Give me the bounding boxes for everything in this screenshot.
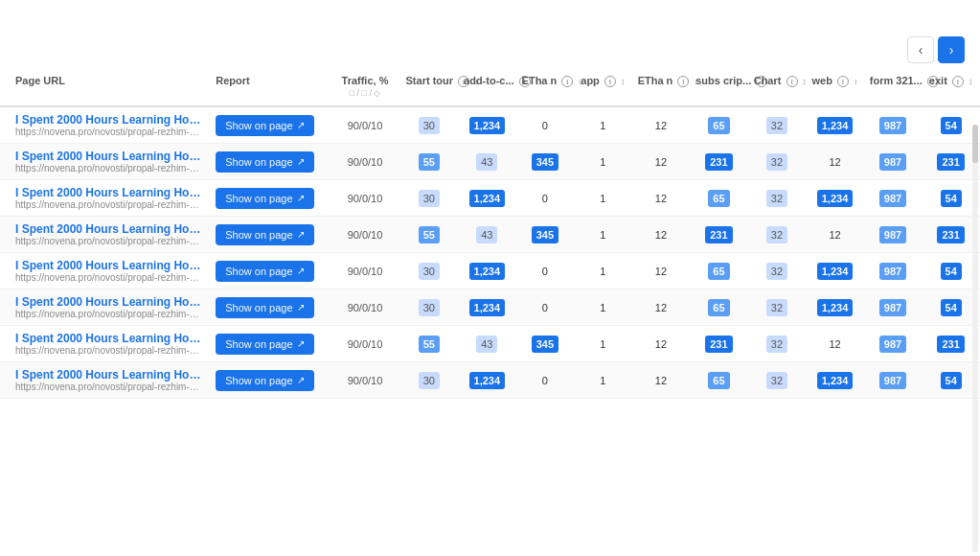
- cell-value: 987: [879, 372, 906, 389]
- show-on-page-button[interactable]: Show on page ↗: [216, 334, 313, 355]
- show-on-page-button[interactable]: Show on page ↗: [216, 151, 313, 173]
- cell-web: 1,234: [806, 362, 864, 399]
- show-on-page-button[interactable]: Show on page ↗: [216, 370, 313, 391]
- cell-value: 345: [532, 226, 558, 243]
- cell-value: 1,234: [817, 117, 854, 134]
- cell-value: 32: [766, 226, 787, 243]
- cell-value: 1,234: [817, 372, 854, 389]
- cell-start-tour: 30: [400, 290, 459, 326]
- cell-chart: 32: [748, 253, 807, 290]
- cell-value: 32: [766, 372, 787, 389]
- nav-prev-button[interactable]: ‹: [907, 36, 934, 63]
- cell-ethan: 0: [516, 290, 575, 326]
- col-header-report: Report: [210, 67, 330, 106]
- cell-url: I Spent 2000 Hours Learning How To Lea..…: [0, 253, 210, 290]
- info-icon-web[interactable]: i: [837, 76, 849, 87]
- col-header-start-tour[interactable]: Start tour i ↕: [400, 67, 459, 106]
- cell-web: 1,234: [806, 290, 864, 326]
- cell-value: 12: [655, 266, 667, 277]
- cell-value: 12: [829, 338, 840, 350]
- col-header-subs-crip[interactable]: subs crip... i ↕: [690, 67, 748, 106]
- cell-exit: 54: [922, 180, 980, 217]
- cell-value: 987: [879, 336, 906, 353]
- cell-ethan: 0: [516, 180, 575, 217]
- url-title[interactable]: I Spent 2000 Hours Learning How To Lea..…: [15, 295, 202, 309]
- cell-value: 987: [879, 299, 906, 316]
- url-sub: https://novena.pro/novosti/propal-rezhim…: [15, 236, 202, 246]
- table-row: I Spent 2000 Hours Learning How To Lea..…: [0, 362, 980, 399]
- url-title[interactable]: I Spent 2000 Hours Learning How To Lea..…: [15, 186, 202, 199]
- info-icon-ethan[interactable]: i: [561, 76, 573, 87]
- col-header-exit[interactable]: exit i ↕: [922, 67, 980, 106]
- url-title[interactable]: I Spent 2000 Hours Learning How To Lea..…: [15, 332, 202, 345]
- url-title[interactable]: I Spent 2000 Hours Learning How To Lea..…: [15, 259, 202, 272]
- col-header-form-321[interactable]: form 321... i ↕: [864, 67, 923, 106]
- url-title[interactable]: I Spent 2000 Hours Learning How To Lea..…: [15, 113, 202, 127]
- col-header-ethan[interactable]: ETha n i ↕: [516, 67, 575, 106]
- url-title[interactable]: I Spent 2000 Hours Learning How To Lea..…: [15, 150, 202, 163]
- info-icon-app[interactable]: i: [604, 76, 616, 87]
- cell-value: 1: [600, 266, 605, 277]
- cell-value: 1,234: [817, 190, 854, 207]
- cell-value: 1,234: [817, 299, 854, 316]
- url-sub: https://novena.pro/novosti/propal-rezhim…: [15, 163, 202, 174]
- show-on-page-button[interactable]: Show on page ↗: [216, 224, 313, 245]
- table-row: I Spent 2000 Hours Learning How To Lea..…: [0, 253, 980, 290]
- url-title[interactable]: I Spent 2000 Hours Learning How To Lea..…: [15, 368, 202, 382]
- cell-value: 12: [655, 375, 667, 386]
- cell-value: 1,234: [469, 117, 506, 134]
- cell-exit: 54: [922, 290, 980, 326]
- col-header-ethan2[interactable]: ETha n i ↕: [632, 67, 691, 106]
- external-link-icon: ↗: [297, 302, 305, 313]
- show-on-page-button[interactable]: Show on page ↗: [216, 261, 313, 282]
- info-icon-ethan2[interactable]: i: [677, 76, 689, 87]
- cell-value: 43: [476, 153, 497, 171]
- cell-chart: 32: [748, 217, 807, 253]
- col-header-app[interactable]: app i ↕: [574, 67, 632, 106]
- nav-arrows: ‹ ›: [907, 36, 965, 63]
- info-icon-exit[interactable]: i: [952, 76, 964, 87]
- external-link-icon: ↗: [297, 375, 305, 385]
- cell-value: 12: [655, 156, 667, 168]
- cell-ethan2: 12: [632, 290, 691, 326]
- col-header-add-to-c[interactable]: add-to-c... i ↕: [458, 67, 516, 106]
- cell-value: 55: [419, 336, 440, 353]
- url-title[interactable]: I Spent 2000 Hours Learning How To Lea..…: [15, 222, 202, 236]
- cell-value: 54: [941, 372, 962, 389]
- show-on-page-button[interactable]: Show on page ↗: [216, 188, 313, 209]
- cell-app: 1: [574, 106, 632, 144]
- cell-value: 32: [766, 117, 787, 134]
- main-container: ‹ › Page URL Report Traffic, % □ / □ / ◇: [0, 0, 980, 556]
- scrollbar-thumb[interactable]: [972, 125, 978, 163]
- cell-app: 1: [574, 180, 632, 217]
- cell-value: 30: [419, 299, 440, 316]
- cell-ethan2: 12: [632, 253, 691, 290]
- col-header-web[interactable]: web i ↕: [806, 67, 864, 106]
- external-link-icon: ↗: [297, 120, 305, 130]
- cell-exit: 54: [922, 253, 980, 290]
- cell-report: Show on page ↗: [210, 326, 330, 362]
- cell-value: 12: [655, 229, 667, 241]
- show-on-page-button[interactable]: Show on page ↗: [216, 297, 313, 318]
- cell-subs-crip: 65: [690, 253, 748, 290]
- cell-ethan2: 12: [632, 362, 691, 399]
- cell-form-321: 987: [864, 253, 923, 290]
- nav-next-button[interactable]: ›: [938, 36, 965, 63]
- cell-form-321: 987: [864, 362, 923, 399]
- cell-start-tour: 55: [400, 144, 459, 180]
- show-on-page-button[interactable]: Show on page ↗: [216, 115, 313, 136]
- col-header-chart[interactable]: Chart i ↕: [748, 67, 807, 106]
- url-sub: https://novena.pro/novosti/propal-rezhim…: [15, 309, 202, 319]
- cell-start-tour: 55: [400, 326, 459, 362]
- cell-add-to_c: 43: [458, 326, 516, 362]
- cell-value: 0: [542, 266, 548, 277]
- cell-url: I Spent 2000 Hours Learning How To Lea..…: [0, 290, 210, 326]
- cell-subs-crip: 231: [690, 217, 748, 253]
- cell-app: 1: [574, 144, 632, 180]
- data-table: Page URL Report Traffic, % □ / □ / ◇ Sta…: [0, 67, 980, 399]
- cell-value: 55: [419, 226, 440, 243]
- info-icon-chart[interactable]: i: [786, 76, 798, 87]
- cell-web: 1,234: [806, 180, 864, 217]
- cell-start-tour: 30: [400, 362, 459, 399]
- cell-report: Show on page ↗: [210, 217, 330, 253]
